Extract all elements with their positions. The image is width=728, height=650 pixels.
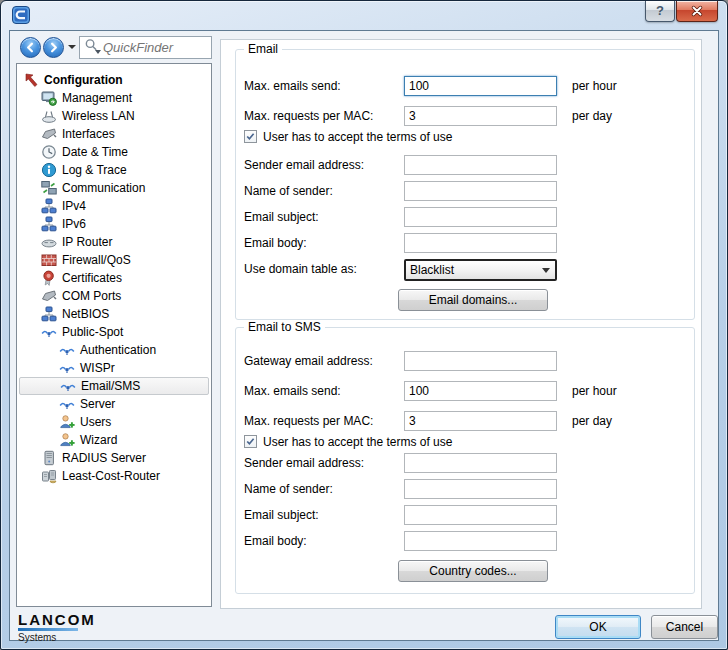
domain-table-label: Use domain table as: [244, 262, 357, 276]
email-to-sms-group: Email to SMS Gateway email address: Max.… [235, 327, 695, 594]
tree-item-ip-router[interactable]: IP Router [17, 233, 211, 251]
sms-max-requests-unit: per day [572, 414, 612, 428]
forward-button[interactable] [43, 37, 64, 58]
date-time-icon [41, 144, 57, 160]
max-emails-unit: per hour [572, 79, 617, 93]
tree-item-server[interactable]: Server [17, 395, 211, 413]
tree-item-ipv4[interactable]: IPv4 [17, 197, 211, 215]
sms-terms-checkbox[interactable] [244, 435, 257, 448]
domain-table-value: Blacklist [410, 263, 454, 277]
wifi-icon [59, 360, 75, 376]
terms-checkbox[interactable] [244, 130, 257, 143]
email-body-label: Email body: [244, 236, 307, 250]
wireless-lan-icon [41, 108, 57, 124]
sms-sender-name-label: Name of sender: [244, 482, 333, 496]
tree-item-least-cost-router[interactable]: Least-Cost-Router [17, 467, 211, 485]
configuration-icon [23, 72, 39, 88]
log-trace-icon [41, 162, 57, 178]
max-emails-input[interactable] [404, 76, 557, 96]
sms-subject-label: Email subject: [244, 508, 319, 522]
sms-subject-input[interactable] [404, 505, 557, 525]
firewall-icon [41, 252, 57, 268]
tree-item-netbios[interactable]: NetBIOS [17, 305, 211, 323]
dialog-client-area: Configuration Management Wireless LAN In… [9, 30, 719, 641]
tree-item-configuration[interactable]: Configuration [17, 71, 211, 89]
communication-icon [41, 180, 57, 196]
sender-email-input[interactable] [404, 155, 557, 175]
network-icon [41, 306, 57, 322]
lanconfig-dialog-window: ? Configuration Management [0, 0, 728, 650]
lcr-icon [41, 468, 57, 484]
email-body-input[interactable] [404, 233, 557, 253]
domain-table-select[interactable]: Blacklist [404, 259, 557, 281]
network-icon [41, 198, 57, 214]
sms-max-requests-input[interactable] [404, 411, 557, 431]
terms-label: User has to accept the terms of use [263, 130, 452, 144]
app-window-icon[interactable] [12, 6, 30, 24]
tree-item-com-ports[interactable]: COM Ports [17, 287, 211, 305]
chevron-down-icon [542, 268, 550, 273]
close-button[interactable] [676, 1, 718, 22]
lancom-logo: LANCOM Systems [18, 612, 96, 643]
wifi-icon [59, 342, 75, 358]
help-button[interactable]: ? [645, 1, 675, 22]
tree-item-log-trace[interactable]: Log & Trace [17, 161, 211, 179]
back-button[interactable] [20, 37, 41, 58]
sms-max-emails-input[interactable] [404, 381, 557, 401]
sms-body-label: Email body: [244, 534, 307, 548]
server-icon [41, 450, 57, 466]
tree-item-date-time[interactable]: Date & Time [17, 143, 211, 161]
tree-item-public-spot[interactable]: Public-Spot [17, 323, 211, 341]
arrow-left-icon [21, 40, 40, 55]
tree-item-users[interactable]: Users [17, 413, 211, 431]
email-to-sms-group-title: Email to SMS [244, 320, 325, 334]
logo-underline [18, 628, 78, 631]
tree-item-email-sms[interactable]: Email/SMS [19, 377, 209, 395]
gateway-email-label: Gateway email address: [244, 354, 373, 368]
email-subject-label: Email subject: [244, 210, 319, 224]
tree-item-wispr[interactable]: WISPr [17, 359, 211, 377]
sms-max-emails-label: Max. emails send: [244, 384, 341, 398]
email-subject-input[interactable] [404, 207, 557, 227]
sms-sender-name-input[interactable] [404, 479, 557, 499]
tree-item-wireless-lan[interactable]: Wireless LAN [17, 107, 211, 125]
tree-item-radius-server[interactable]: RADIUS Server [17, 449, 211, 467]
gateway-email-input[interactable] [404, 351, 557, 371]
max-requests-label: Max. requests per MAC: [244, 109, 373, 123]
quickfinder-input[interactable] [103, 40, 203, 55]
router-icon [41, 234, 57, 250]
max-requests-input[interactable] [404, 106, 557, 126]
tree-item-interfaces[interactable]: Interfaces [17, 125, 211, 143]
tree-item-wizard[interactable]: Wizard [17, 431, 211, 449]
sender-name-label: Name of sender: [244, 184, 333, 198]
arrow-right-icon [44, 40, 63, 55]
nav-history-dropdown[interactable] [68, 45, 76, 49]
sms-sender-email-input[interactable] [404, 453, 557, 473]
sender-name-input[interactable] [404, 181, 557, 201]
certificate-icon [41, 270, 57, 286]
sms-terms-label: User has to accept the terms of use [263, 435, 452, 449]
country-codes-button[interactable]: Country codes... [398, 560, 548, 582]
tree-item-management[interactable]: Management [17, 89, 211, 107]
wifi-icon [59, 396, 75, 412]
tree-item-communication[interactable]: Communication [17, 179, 211, 197]
max-emails-label: Max. emails send: [244, 79, 341, 93]
ok-button[interactable]: OK [555, 615, 641, 639]
settings-panel: Email Max. emails send: per hour Max. re… [220, 39, 702, 609]
search-icon [84, 38, 99, 57]
interfaces-icon [41, 126, 57, 142]
tree-item-ipv6[interactable]: IPv6 [17, 215, 211, 233]
tree-item-certificates[interactable]: Certificates [17, 269, 211, 287]
tree-item-firewall-qos[interactable]: Firewall/QoS [17, 251, 211, 269]
configuration-tree: Configuration Management Wireless LAN In… [16, 63, 212, 607]
max-requests-unit: per day [572, 109, 612, 123]
sms-max-emails-unit: per hour [572, 384, 617, 398]
user-add-icon [59, 414, 75, 430]
close-icon [690, 4, 704, 21]
email-group: Email Max. emails send: per hour Max. re… [235, 49, 695, 320]
tree-item-authentication[interactable]: Authentication [17, 341, 211, 359]
sms-body-input[interactable] [404, 531, 557, 551]
email-domains-button[interactable]: Email domains... [398, 289, 548, 311]
cancel-button[interactable]: Cancel [651, 615, 718, 639]
search-options-dropdown[interactable] [95, 50, 101, 54]
